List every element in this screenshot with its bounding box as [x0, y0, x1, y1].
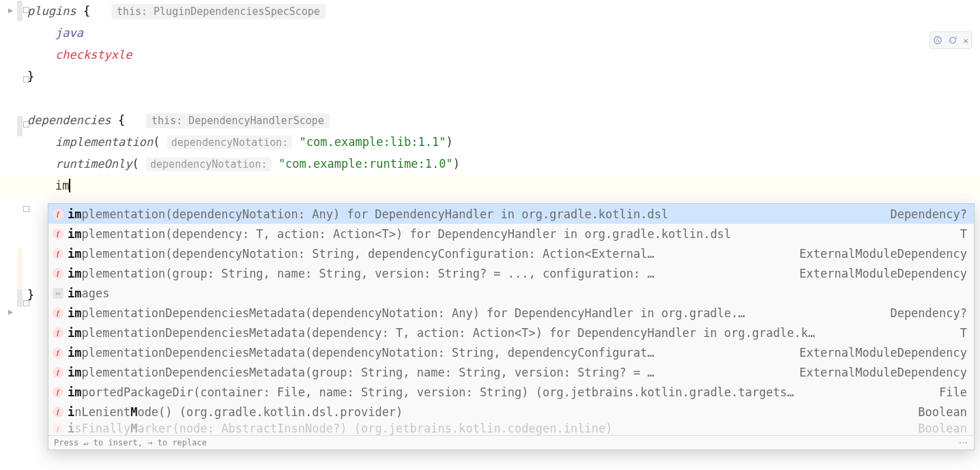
completion-item[interactable]: fimplementationDependenciesMetadata(depe…: [48, 303, 974, 323]
function-icon: f: [53, 268, 63, 279]
function-icon: f: [53, 229, 63, 239]
completion-popup[interactable]: fimplementation(dependencyNotation: Any)…: [48, 203, 975, 450]
gutter: ▶ ▶: [0, 0, 27, 470]
completion-item[interactable]: fimportedPackageDir(container: File, nam…: [48, 382, 974, 402]
run-gutter-icon[interactable]: ▶: [8, 5, 13, 15]
completion-item[interactable]: finLenientMode() (org.gradle.kotlin.dsl.…: [48, 402, 974, 422]
completion-label: implementationDependenciesMetadata(depen…: [68, 306, 872, 320]
code-line[interactable]: }: [27, 65, 980, 87]
completion-item[interactable]: fimplementation(group: String, name: Str…: [48, 263, 974, 283]
code-line[interactable]: [27, 87, 980, 109]
completion-item[interactable]: fimplementation(dependencyNotation: Any)…: [48, 204, 974, 224]
call-implementation: implementation: [55, 135, 153, 149]
function-icon: f: [53, 248, 63, 259]
package-icon: ▭: [53, 288, 63, 299]
function-icon: f: [53, 367, 63, 378]
change-marker: [17, 116, 23, 136]
completion-item-cutoff: f isFinallyMarker(node: AbstractInsnNode…: [48, 422, 974, 435]
completion-type: T: [947, 227, 967, 241]
function-icon: f: [53, 347, 63, 358]
completion-item[interactable]: fimplementationDependenciesMetadata(depe…: [48, 342, 974, 362]
completion-type: Boolean: [904, 405, 967, 419]
caret: [69, 179, 70, 192]
plugin-id: java: [55, 26, 83, 40]
change-marker: [17, 1, 23, 21]
function-icon: f: [53, 387, 63, 398]
completion-type: File: [925, 385, 967, 399]
code-line[interactable]: implementation( dependencyNotation: "com…: [27, 131, 980, 153]
code-editor[interactable]: ▶ ▶ G G × plugins { this: PluginDependen…: [0, 0, 980, 470]
completion-type: ExternalModuleDependency: [786, 346, 967, 359]
code-line[interactable]: java: [27, 22, 980, 44]
completion-footer: Press ↵ to insert, → to replace ⋮: [48, 435, 974, 450]
param-hint: dependencyNotation:: [167, 136, 293, 149]
completion-item[interactable]: fimplementation(dependency: T, action: A…: [48, 224, 974, 244]
completion-label: implementationDependenciesMetadata(depen…: [68, 326, 942, 340]
keyword-plugins: plugins: [27, 4, 76, 18]
typed-text: im: [55, 179, 69, 192]
active-code-line[interactable]: im: [0, 175, 980, 196]
completion-label: implementationDependenciesMetadata(group…: [68, 366, 781, 379]
function-icon: f: [53, 308, 63, 319]
change-marker: [17, 289, 23, 307]
string-literal: "com.example:lib:1.1": [300, 135, 446, 149]
more-icon[interactable]: ⋮: [959, 439, 968, 447]
code-line[interactable]: runtimeOnly( dependencyNotation: "com.ex…: [27, 153, 980, 175]
completion-label: importedPackageDir(container: File, name…: [68, 385, 921, 399]
completion-type: Dependency?: [876, 306, 967, 320]
scope-hint: this: PluginDependenciesSpecScope: [111, 4, 326, 19]
string-literal: "com.example:runtime:1.0": [278, 157, 453, 171]
completion-item[interactable]: ▭images: [48, 283, 974, 303]
code-line[interactable]: plugins { this: PluginDependenciesSpecSc…: [27, 0, 980, 22]
call-runtimeonly: runtimeOnly: [55, 157, 132, 171]
completion-hint: Press ↵ to insert, → to replace: [54, 438, 207, 447]
completion-label: images: [68, 287, 949, 300]
completion-type: T: [947, 326, 967, 340]
param-hint: dependencyNotation:: [146, 158, 272, 171]
completion-label: implementation(dependencyNotation: Any) …: [68, 207, 872, 221]
completion-item[interactable]: fimplementationDependenciesMetadata(depe…: [48, 323, 974, 342]
completion-item[interactable]: fimplementationDependenciesMetadata(grou…: [48, 362, 974, 382]
keyword-dependencies: dependencies: [27, 113, 111, 127]
completion-label: implementationDependenciesMetadata(depen…: [68, 346, 781, 359]
run-gutter-icon[interactable]: ▶: [8, 307, 13, 317]
code-line[interactable]: checkstyxle: [27, 44, 980, 65]
function-icon: f: [53, 209, 63, 220]
code-line[interactable]: dependencies { this: DependencyHandlerSc…: [27, 109, 980, 131]
completion-type: ExternalModuleDependency: [786, 247, 967, 261]
completion-label: implementation(group: String, name: Stri…: [68, 267, 781, 280]
completion-label: inLenientMode() (org.gradle.kotlin.dsl.p…: [68, 405, 900, 419]
completion-type: ExternalModuleDependency: [786, 366, 967, 379]
function-icon: f: [53, 327, 63, 338]
completion-type: Dependency?: [876, 207, 967, 221]
error-identifier: checkstyxle: [55, 48, 132, 61]
completion-label: implementation(dependency: T, action: Ac…: [68, 227, 942, 241]
function-icon: f: [53, 407, 63, 417]
completion-label: implementation(dependencyNotation: Strin…: [68, 247, 781, 261]
scope-hint: this: DependencyHandlerScope: [146, 113, 330, 128]
change-marker-modified: [17, 248, 23, 289]
completion-type: ExternalModuleDependency: [786, 267, 967, 280]
completion-item[interactable]: fimplementation(dependencyNotation: Stri…: [48, 244, 974, 263]
